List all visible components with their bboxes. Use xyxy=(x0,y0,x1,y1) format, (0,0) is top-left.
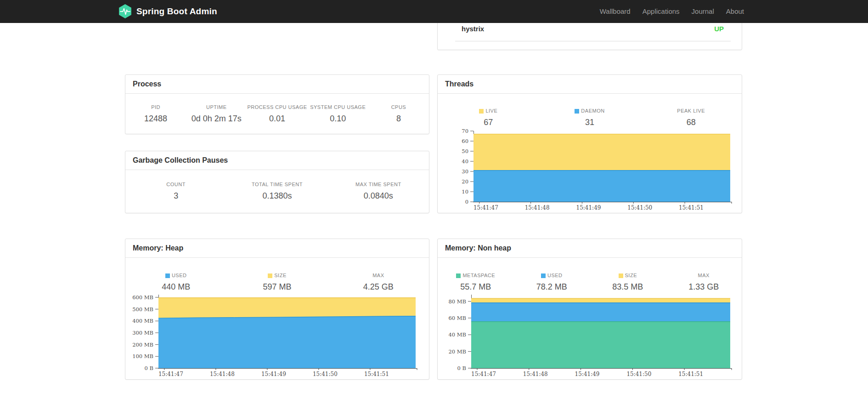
memory-nonheap-panel-title: Memory: Non heap xyxy=(438,239,742,258)
stat-label-text: USED xyxy=(172,273,187,279)
stat-label-uptime: UPTIME xyxy=(186,104,247,110)
stat-label-count: COUNT xyxy=(125,182,226,188)
stat-label-text: PID xyxy=(151,104,160,110)
x-tick-label: 15:41:48 xyxy=(523,371,548,377)
stat-value-peak-live: 68 xyxy=(640,117,742,127)
y-tick-label: 200 MB xyxy=(132,342,153,348)
y-tick-label: 40 MB xyxy=(448,331,466,338)
brand-logo-icon xyxy=(118,4,132,19)
y-tick-label: 0 B xyxy=(145,365,153,371)
y-tick-label: 60 xyxy=(462,138,468,144)
stat-value-metaspace: 55.7 MB xyxy=(438,282,514,292)
stat-used: USED78.2 MB xyxy=(514,273,590,292)
y-tick-label: 80 MB xyxy=(448,298,466,305)
y-tick-label: 300 MB xyxy=(132,330,153,336)
stat-label-text: PEAK LIVE xyxy=(677,108,705,114)
stat-value-used: 440 MB xyxy=(125,282,226,292)
y-tick-label: 400 MB xyxy=(132,318,153,324)
y-tick-label: 500 MB xyxy=(132,306,153,313)
divider xyxy=(455,41,731,41)
brand-link[interactable]: Spring Boot Admin xyxy=(118,0,217,23)
x-tick-label: 15:41:49 xyxy=(261,371,286,377)
series-area-metaspace xyxy=(471,322,730,368)
stat-label-max: MAX xyxy=(328,273,429,279)
series-area-used xyxy=(158,316,416,368)
gc-panel: Garbage Collection Pauses COUNT3TOTAL TI… xyxy=(125,151,429,213)
y-tick-label: 10 xyxy=(462,188,468,195)
stat-label-system-cpu-usage: SYSTEM CPU USAGE xyxy=(308,104,368,110)
nav-item-applications: Applications xyxy=(637,0,686,23)
stat-label-text: SYSTEM CPU USAGE xyxy=(310,104,366,110)
stat-value-size: 83.5 MB xyxy=(590,282,666,292)
nav-link-journal[interactable]: Journal xyxy=(686,0,720,23)
stat-label-text: UPTIME xyxy=(206,104,227,110)
legend-swatch-metaspace xyxy=(456,273,461,278)
nav-link-about[interactable]: About xyxy=(720,0,744,23)
stat-label-text: LIVE xyxy=(485,108,497,114)
y-tick-label: 20 xyxy=(462,178,468,185)
x-tick-label: 15:41:50 xyxy=(627,205,652,211)
stat-label-max: MAX xyxy=(666,273,742,279)
stat-label-size: SIZE xyxy=(226,273,327,279)
x-tick-label: 15:41:47 xyxy=(158,371,183,377)
threads-panel: Threads LIVE67DAEMON31PEAK LIVE68 010203… xyxy=(437,74,742,213)
stat-value-daemon: 31 xyxy=(539,117,641,127)
memory-heap-panel: Memory: Heap USED440 MBSIZE597 MBMAX4.25… xyxy=(125,239,429,380)
stat-max: MAX4.25 GB xyxy=(328,273,429,292)
nav-item-wallboard: Wallboard xyxy=(594,0,637,23)
y-tick-label: 0 B xyxy=(457,365,466,371)
stat-label-used: USED xyxy=(125,273,226,279)
nav-item-about: About xyxy=(720,0,744,23)
y-tick-label: 30 xyxy=(462,168,468,175)
x-tick-label: 15:41:49 xyxy=(576,205,601,211)
x-tick-label: 15:41:48 xyxy=(525,205,550,211)
nav-link-applications[interactable]: Applications xyxy=(637,0,686,23)
stat-value-max: 1.33 GB xyxy=(666,282,742,292)
y-tick-label: 70 xyxy=(462,128,468,134)
y-tick-label: 60 MB xyxy=(448,315,466,321)
stat-label-cpus: CPUS xyxy=(368,104,429,110)
stat-size: SIZE83.5 MB xyxy=(590,273,666,292)
stat-label-text: MAX xyxy=(372,273,384,279)
memory-heap-panel-title: Memory: Heap xyxy=(125,239,429,258)
stat-value-total-time-spent: 0.1380s xyxy=(226,191,327,201)
stat-value-used: 78.2 MB xyxy=(514,282,590,292)
stat-label-live: LIVE xyxy=(438,108,539,114)
series-area-daemon xyxy=(473,171,730,202)
legend-swatch-used xyxy=(165,273,170,278)
x-tick-label: 15:41:48 xyxy=(210,371,235,377)
process-panel-title: Process xyxy=(125,75,429,94)
stat-value-count: 3 xyxy=(125,191,226,201)
y-tick-label: 100 MB xyxy=(132,353,153,359)
stat-max: MAX1.33 GB xyxy=(666,273,742,292)
y-tick-label: 40 xyxy=(462,158,468,165)
stat-label-total-time-spent: TOTAL TIME SPENT xyxy=(226,182,327,188)
process-stats-row: PID12488UPTIME0d 0h 2m 17sPROCESS CPU US… xyxy=(125,94,429,124)
stat-peak-live: PEAK LIVE68 xyxy=(640,108,742,127)
stat-system-cpu-usage: SYSTEM CPU USAGE0.10 xyxy=(308,104,368,124)
stat-label-metaspace: METASPACE xyxy=(438,273,514,279)
stat-label-text: CPUS xyxy=(391,104,406,110)
stat-value-uptime: 0d 0h 2m 17s xyxy=(186,114,247,124)
stat-label-size: SIZE xyxy=(590,273,666,279)
stat-uptime: UPTIME0d 0h 2m 17s xyxy=(186,104,247,124)
threads-stats-row: LIVE67DAEMON31PEAK LIVE68 xyxy=(438,94,742,127)
x-tick-label: 15:41:50 xyxy=(626,371,651,377)
memory-nonheap-stats-row: METASPACE55.7 MBUSED78.2 MBSIZE83.5 MBMA… xyxy=(438,258,742,292)
stat-pid: PID12488 xyxy=(125,104,186,124)
stat-label-text: SIZE xyxy=(274,273,286,279)
y-tick-label: 50 xyxy=(462,148,468,154)
memory-nonheap-panel: Memory: Non heap METASPACE55.7 MBUSED78.… xyxy=(437,239,742,380)
stat-size: SIZE597 MB xyxy=(226,273,327,292)
threads-chart: 01020304050607015:41:4715:41:4815:41:491… xyxy=(438,126,743,214)
threads-panel-title: Threads xyxy=(438,75,742,94)
health-service-name: hystrix xyxy=(462,25,484,33)
stat-label-peak-live: PEAK LIVE xyxy=(640,108,742,114)
stat-label-text: USED xyxy=(547,273,563,279)
stat-value-cpus: 8 xyxy=(368,114,429,124)
memory-heap-stats-row: USED440 MBSIZE597 MBMAX4.25 GB xyxy=(125,258,429,292)
stat-label-daemon: DAEMON xyxy=(539,108,641,114)
page: hystrix UP Spring Boot Admin WallboardAp… xyxy=(0,0,868,410)
nav-link-wallboard[interactable]: Wallboard xyxy=(594,0,637,23)
legend-swatch-size xyxy=(619,273,623,278)
